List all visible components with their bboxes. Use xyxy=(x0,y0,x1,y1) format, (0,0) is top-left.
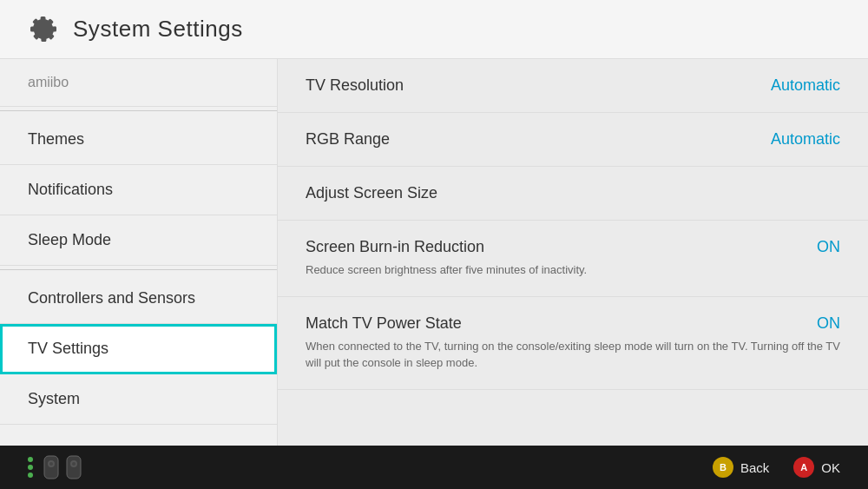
setting-screen-burn-in-top: Screen Burn-in Reduction ON xyxy=(306,238,840,256)
setting-rgb-range[interactable]: RGB Range Automatic xyxy=(278,113,868,167)
sidebar-item-system[interactable]: System xyxy=(0,374,277,425)
controller-indicator xyxy=(28,455,82,479)
ok-button[interactable]: A OK xyxy=(793,457,840,478)
sidebar-divider-2 xyxy=(0,269,277,270)
setting-tv-resolution[interactable]: TV Resolution Automatic xyxy=(278,59,868,113)
sidebar-item-notifications[interactable]: Notifications xyxy=(0,165,277,215)
sidebar-item-sleep-mode[interactable]: Sleep Mode xyxy=(0,215,277,266)
svg-point-5 xyxy=(72,462,76,466)
setting-screen-burn-in[interactable]: Screen Burn-in Reduction ON Reduce scree… xyxy=(278,221,868,297)
sidebar-item-controllers[interactable]: Controllers and Sensors xyxy=(0,274,277,324)
gear-icon xyxy=(28,14,59,45)
sidebar-item-themes[interactable]: Themes xyxy=(0,115,277,165)
joycon-left-icon xyxy=(43,455,59,479)
back-button[interactable]: B Back xyxy=(713,457,769,478)
setting-match-tv-power[interactable]: Match TV Power State ON When connected t… xyxy=(278,297,868,390)
sidebar-item-tv-settings[interactable]: TV Settings xyxy=(0,324,277,374)
b-button-icon: B xyxy=(713,457,733,478)
sidebar-item-amiibo[interactable]: amiibo xyxy=(0,59,277,107)
setting-match-tv-power-top: Match TV Power State ON xyxy=(306,314,840,333)
footer: B Back A OK xyxy=(0,446,868,489)
page-title: System Settings xyxy=(73,16,243,43)
a-button-icon: A xyxy=(793,457,814,478)
content-panel: TV Resolution Automatic RGB Range Automa… xyxy=(278,59,868,446)
joycon-right-icon xyxy=(66,455,82,479)
main-container: amiibo Themes Notifications Sleep Mode C… xyxy=(0,59,868,446)
sidebar-divider-1 xyxy=(0,110,277,111)
setting-adjust-screen-size[interactable]: Adjust Screen Size xyxy=(278,167,868,221)
header: System Settings xyxy=(0,0,868,59)
sidebar: amiibo Themes Notifications Sleep Mode C… xyxy=(0,59,278,446)
svg-point-2 xyxy=(49,462,53,466)
